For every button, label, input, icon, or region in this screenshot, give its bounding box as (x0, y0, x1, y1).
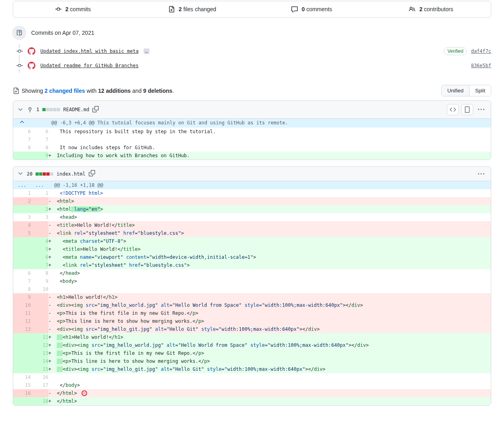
old-line-number[interactable]: 10 (13, 301, 31, 309)
file-name-link[interactable]: index.html (56, 171, 85, 177)
commit-author-avatar[interactable] (28, 62, 36, 70)
old-line-number[interactable]: 16 (13, 389, 31, 397)
new-line-number[interactable] (31, 301, 48, 309)
new-line-number[interactable]: 5 (31, 245, 48, 253)
new-line-number[interactable]: 1 (31, 189, 48, 197)
summary-files-link[interactable]: 2 changed files (45, 88, 85, 94)
old-line-number[interactable] (13, 205, 31, 213)
new-line-number[interactable]: 8 (31, 269, 48, 277)
old-line-number[interactable]: 4 (13, 221, 31, 229)
verified-badge[interactable]: Verified (444, 47, 467, 55)
file-actions-menu[interactable] (476, 171, 487, 177)
old-line-number[interactable]: 5 (13, 229, 31, 237)
new-line-number[interactable]: 15 (31, 365, 48, 373)
copy-path-button[interactable] (89, 170, 95, 178)
view-split-button[interactable]: Split (469, 85, 491, 96)
new-line-number[interactable]: 12 (31, 341, 48, 349)
old-line-number[interactable] (13, 341, 31, 349)
new-line-number[interactable] (31, 389, 48, 397)
old-line-number[interactable]: 2 (13, 197, 31, 205)
old-line-number[interactable] (13, 152, 31, 160)
old-line-number[interactable]: 7 (13, 136, 31, 144)
view-source-button[interactable] (447, 104, 459, 115)
file-name-link[interactable]: README.md (63, 107, 89, 112)
commit-message-link[interactable]: Updated readme for GitHub Branches (40, 63, 139, 68)
file-actions-menu[interactable] (476, 104, 487, 115)
timeline-heading: Commits on Apr 07, 2021 (31, 30, 94, 36)
collapse-file-button[interactable] (17, 106, 24, 114)
new-line-number[interactable] (31, 293, 48, 301)
view-unified-button[interactable]: Unified (442, 85, 469, 96)
commit-message-link[interactable]: Updated index.html with basic meta (40, 48, 139, 54)
commit-sha-link[interactable]: 836e5bf (471, 63, 491, 68)
old-line-number[interactable] (13, 333, 31, 341)
old-line-number[interactable] (13, 349, 31, 357)
old-line-number[interactable] (13, 357, 31, 365)
new-line-number[interactable]: 16 (31, 373, 48, 381)
new-line-number[interactable]: 11 (31, 333, 48, 341)
code-line (48, 285, 491, 293)
new-line-number[interactable]: 9 (31, 277, 48, 285)
new-line-number[interactable] (31, 229, 48, 237)
expand-hunk-button[interactable]: ... (31, 181, 48, 189)
old-line-number[interactable]: 15 (13, 381, 31, 389)
new-line-number[interactable]: 7 (31, 136, 48, 144)
tab-commits[interactable]: 2 commits (13, 1, 133, 17)
commit-sha-link[interactable]: daf4f7c (471, 48, 491, 54)
new-line-number[interactable]: 2 (31, 205, 48, 213)
old-line-number[interactable] (13, 245, 31, 253)
old-line-number[interactable]: 8 (13, 285, 31, 293)
old-line-number[interactable] (13, 253, 31, 261)
new-line-number[interactable] (31, 309, 48, 317)
new-line-number[interactable]: 6 (31, 253, 48, 261)
new-line-number[interactable]: 3 (31, 213, 48, 221)
new-line-number[interactable]: 8 (31, 144, 48, 152)
view-rendered-button[interactable] (461, 104, 473, 115)
old-line-number[interactable]: 11 (13, 309, 31, 317)
new-line-number[interactable]: 13 (31, 349, 48, 357)
new-line-number[interactable] (31, 317, 48, 325)
old-line-number[interactable]: 3 (13, 213, 31, 221)
tab-comments[interactable]: 0 comments (252, 1, 372, 17)
old-line-number[interactable]: 12 (13, 317, 31, 325)
git-commit-icon (16, 62, 23, 69)
new-line-number[interactable] (31, 325, 48, 333)
collapse-file-button[interactable] (17, 170, 24, 178)
tab-contributors[interactable]: 2 contributors (371, 1, 491, 17)
code-line: + <meta name="viewport" content="width=d… (48, 253, 491, 261)
old-line-number[interactable]: 9 (13, 293, 31, 301)
old-line-number[interactable] (13, 365, 31, 373)
old-line-number[interactable] (13, 237, 31, 245)
old-line-number[interactable]: 1 (13, 189, 31, 197)
expand-hunk-button[interactable]: ... (13, 181, 31, 189)
expand-hunk-button[interactable] (13, 119, 31, 128)
code-line: - <div><img src="img_hello_world.jpg" al… (48, 301, 491, 309)
new-line-number[interactable]: 9 (31, 152, 48, 160)
new-line-number[interactable]: 18 (31, 397, 48, 405)
unfold-icon[interactable] (27, 106, 33, 113)
commit-author-avatar[interactable] (28, 47, 36, 55)
old-line-number[interactable] (13, 261, 31, 269)
new-line-number[interactable] (31, 197, 48, 205)
commit-expand-button[interactable]: … (143, 48, 149, 54)
new-line-number[interactable]: 14 (31, 357, 48, 365)
old-line-number[interactable]: 7 (13, 277, 31, 285)
new-line-number[interactable] (31, 221, 48, 229)
tab-files-changed[interactable]: 2 files changed (133, 1, 252, 17)
old-line-number[interactable] (13, 397, 31, 405)
old-line-number[interactable]: 6 (13, 128, 31, 136)
tab-comments-count: 0 (302, 6, 305, 12)
new-line-number[interactable]: 17 (31, 381, 48, 389)
new-line-number[interactable]: 4 (31, 237, 48, 245)
old-line-number[interactable]: 13 (13, 325, 31, 333)
new-line-number[interactable]: 6 (31, 128, 48, 136)
new-line-number[interactable]: 10 (31, 285, 48, 293)
old-line-number[interactable]: 6 (13, 269, 31, 277)
old-line-number[interactable]: 8 (13, 144, 31, 152)
copy-path-button[interactable] (92, 106, 99, 114)
new-line-number[interactable]: 7 (31, 261, 48, 269)
old-line-number[interactable]: 14 (13, 373, 31, 381)
expand-hunk-button[interactable] (31, 119, 48, 128)
commit-row: Updated readme for GitHub Branches836e5b… (16, 58, 491, 73)
code-line: </head> (48, 269, 491, 277)
